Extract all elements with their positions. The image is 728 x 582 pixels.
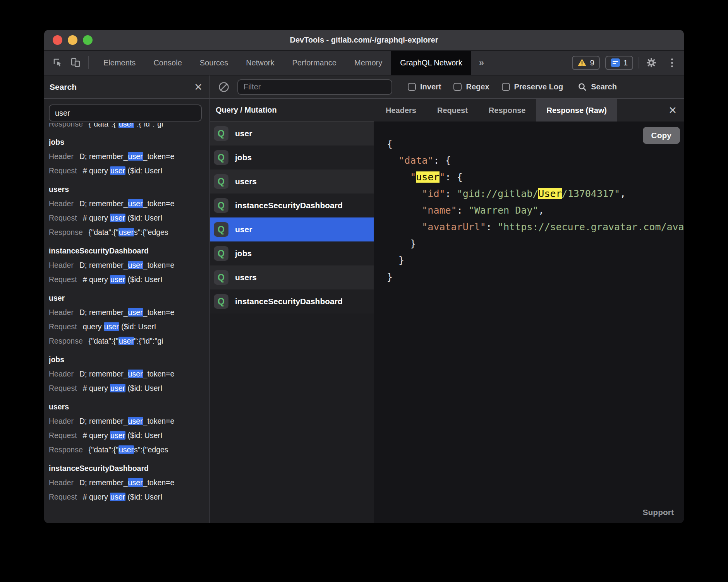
result-row[interactable]: Request# query user ($id: UserI: [49, 428, 209, 443]
result-row[interactable]: HeaderD; remember_user_token=e: [49, 367, 209, 381]
result-group-title: jobs: [49, 353, 209, 367]
result-row-content: # query user ($id: UserI: [83, 166, 163, 175]
result-group-title: user: [49, 291, 209, 305]
result-row[interactable]: HeaderD; remember_user_token=e: [49, 197, 209, 211]
result-row-content: # query user ($id: UserI: [83, 275, 163, 284]
result-row-content: # query user ($id: UserI: [83, 493, 163, 501]
query-item-jobs[interactable]: Qjobs: [210, 146, 374, 169]
json-line: "name": "Warren Day",: [387, 202, 684, 219]
query-item-user[interactable]: Quser: [210, 122, 374, 146]
network-search-button[interactable]: Search: [578, 82, 617, 92]
result-row[interactable]: Request# query user ($id: UserI: [49, 381, 209, 395]
checkbox-invert[interactable]: Invert: [408, 82, 441, 91]
result-row-content: D; remember_user_token=e: [79, 370, 174, 378]
json-line: }: [387, 235, 684, 252]
result-row-content: {"data":{"user":{"id":"gi: [89, 123, 163, 128]
query-badge-icon: Q: [214, 246, 228, 261]
result-row-label: Request: [49, 384, 77, 392]
tab-performance[interactable]: Performance: [283, 51, 346, 75]
settings-gear-icon[interactable]: [645, 56, 658, 69]
result-row-label: Response: [49, 228, 83, 236]
device-toolbar-icon[interactable]: [69, 56, 82, 69]
devtools-window: DevTools - gitlab.com/-/graphql-explorer…: [44, 30, 684, 523]
tab-elements[interactable]: Elements: [94, 51, 144, 75]
minimize-button[interactable]: [68, 35, 77, 45]
result-row[interactable]: Response{"data":{"user":{"id":"gi: [49, 334, 209, 348]
json-line: }: [387, 252, 684, 269]
more-tabs-icon[interactable]: »: [471, 57, 492, 68]
search-input[interactable]: [49, 104, 202, 122]
result-row[interactable]: HeaderD; remember_user_token=e: [49, 414, 209, 428]
query-mutation-panel: Query / Mutation QuserQjobsQusersQinstan…: [210, 99, 374, 523]
result-row-label: Header: [49, 199, 74, 208]
query-item-instancesecuritydashboard[interactable]: QinstanceSecurityDashboard: [210, 289, 374, 313]
match-highlight: user: [128, 370, 143, 378]
warnings-badge[interactable]: 9: [572, 56, 600, 70]
support-link[interactable]: Support: [643, 508, 674, 517]
result-row[interactable]: Request# query user ($id: UserI: [49, 164, 209, 178]
detail-close-icon[interactable]: ✕: [668, 105, 677, 115]
zoom-button[interactable]: [83, 35, 93, 45]
tab-memory[interactable]: Memory: [345, 51, 391, 75]
result-row[interactable]: HeaderD; remember_user_token=e: [49, 258, 209, 272]
result-row[interactable]: Request# query user ($id: UserI: [49, 490, 209, 504]
query-item-users[interactable]: Qusers: [210, 265, 374, 289]
checkbox-box: [453, 83, 462, 91]
response-tab-response-raw[interactable]: Response (Raw): [536, 99, 617, 122]
filter-input[interactable]: [237, 79, 392, 95]
tab-network[interactable]: Network: [237, 51, 283, 75]
titlebar: DevTools - gitlab.com/-/graphql-explorer: [44, 30, 684, 51]
clear-icon[interactable]: [218, 81, 230, 93]
checkbox-regex[interactable]: Regex: [453, 82, 489, 91]
response-tab-request[interactable]: Request: [427, 99, 478, 122]
result-row[interactable]: Response{"data":{"users":{"edges: [49, 225, 209, 240]
result-row[interactable]: Requestquery user ($id: UserI: [49, 320, 209, 334]
match-highlight: user: [118, 445, 134, 454]
result-row-label: Request: [49, 322, 77, 331]
query-badge-icon: Q: [214, 150, 228, 165]
result-group-title: instanceSecurityDashboard: [49, 244, 209, 258]
match-highlight: user: [110, 431, 125, 440]
match-highlight: user: [128, 199, 143, 208]
result-row[interactable]: HeaderD; remember_user_token=e: [49, 149, 209, 164]
result-row-content: D; remember_user_token=e: [79, 152, 174, 161]
tab-console[interactable]: Console: [144, 51, 191, 75]
result-row[interactable]: HeaderD; remember_user_token=e: [49, 305, 209, 320]
issues-badge[interactable]: 1: [605, 56, 633, 70]
match-highlight: user: [118, 337, 134, 345]
tab-sources[interactable]: Sources: [191, 51, 237, 75]
query-mutation-header: Query / Mutation: [210, 99, 374, 122]
query-item-user[interactable]: Quser: [210, 217, 374, 241]
result-row-content: query user ($id: UserI: [83, 322, 156, 331]
checkbox-label: Invert: [420, 82, 441, 91]
result-row-label: Request: [49, 431, 77, 440]
inspect-icon[interactable]: [51, 56, 64, 69]
response-tab-headers[interactable]: Headers: [375, 99, 427, 122]
result-row[interactable]: Request# query user ($id: UserI: [49, 211, 209, 225]
result-row[interactable]: HeaderD; remember_user_token=e: [49, 476, 209, 490]
checkbox-preserve-log[interactable]: Preserve Log: [502, 82, 563, 91]
search-close-icon[interactable]: ✕: [194, 82, 203, 92]
query-item-instancesecuritydashboard[interactable]: QinstanceSecurityDashboard: [210, 193, 374, 217]
toolbar-divider: [639, 57, 639, 68]
match-highlight: user: [110, 214, 125, 222]
result-row-clipped: Response{"data":{"user":{"id":"gi: [49, 123, 209, 131]
query-item-label: jobs: [235, 153, 252, 162]
copy-button[interactable]: Copy: [643, 127, 680, 144]
query-item-jobs[interactable]: Qjobs: [210, 241, 374, 265]
match-highlight: user: [110, 493, 125, 501]
result-row[interactable]: Request# query user ($id: UserI: [49, 272, 209, 287]
query-item-users[interactable]: Qusers: [210, 169, 374, 193]
query-badge-icon: Q: [214, 198, 228, 213]
result-row[interactable]: Response{"data":{"users":{"edges: [49, 443, 209, 457]
query-item-label: instanceSecurityDashboard: [235, 201, 343, 210]
kebab-menu-icon[interactable]: [668, 58, 676, 67]
response-raw-view: Copy { "data": { "user": { "id": "gid://…: [374, 122, 684, 523]
result-row-label: Response: [49, 337, 83, 345]
tab-graphql-network[interactable]: GraphQL Network: [391, 51, 471, 75]
close-button[interactable]: [53, 35, 62, 45]
result-group-title: users: [49, 400, 209, 414]
response-tab-response[interactable]: Response: [478, 99, 536, 122]
result-row-content: D; remember_user_token=e: [79, 308, 174, 317]
json-line: }: [387, 269, 684, 285]
